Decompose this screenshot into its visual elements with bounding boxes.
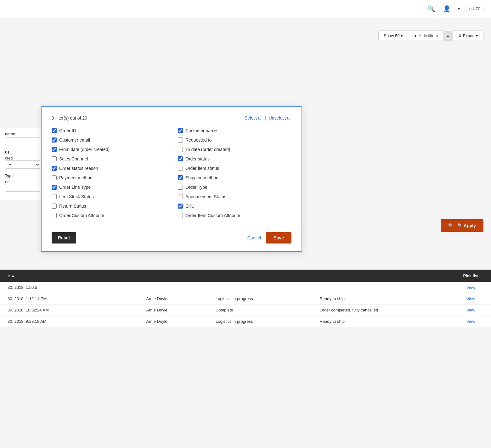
- type-input[interactable]: [5, 184, 40, 192]
- filter-sku[interactable]: SKU: [178, 204, 291, 209]
- status-label: us: [5, 150, 40, 154]
- filter-to-date[interactable]: To date (order created): [178, 147, 291, 152]
- type-label: Type: [5, 174, 40, 178]
- table-row: 30, 2018, 10:32:24 AM Arnie Doyle Comple…: [0, 305, 491, 316]
- filter-payment-method[interactable]: Payment method: [52, 175, 165, 180]
- checkbox-to-date[interactable]: [178, 147, 183, 152]
- status-field: us cted ▾: [5, 150, 40, 169]
- checkbox-order-line-type[interactable]: [52, 185, 57, 190]
- apply-label: 🔍 Apply: [457, 223, 476, 228]
- filter-order-item-status[interactable]: Order item status: [178, 166, 291, 171]
- unselect-all-button[interactable]: Unselect all: [269, 115, 291, 120]
- checkbox-order-item-custom-attribute[interactable]: [178, 213, 183, 218]
- filter-count: 9 filter(s) out of 20: [52, 115, 87, 120]
- cell-name-2: Arnie Doyle: [146, 296, 216, 301]
- utc-badge: ⊙ UTC: [466, 6, 483, 12]
- checkbox-return-status[interactable]: [52, 204, 57, 209]
- reset-button[interactable]: Reset: [52, 232, 76, 244]
- filter-modal: 9 filter(s) out of 20 Select all | Unsel…: [41, 106, 302, 252]
- checkbox-shipping-method[interactable]: [178, 175, 183, 180]
- filter-order-type[interactable]: Order Type: [178, 185, 291, 190]
- view-link-4[interactable]: View: [458, 319, 483, 324]
- label-order-status-reason: Order status reason: [59, 166, 98, 171]
- label-from-date: From date (order created): [59, 147, 110, 152]
- select-all-button[interactable]: Select all: [245, 115, 262, 120]
- show-50-button[interactable]: Show 50 ▾: [378, 31, 408, 41]
- status-select[interactable]: ▾: [5, 160, 40, 169]
- checkbox-from-date[interactable]: [52, 147, 57, 152]
- collapse-icon[interactable]: ▲: [443, 31, 453, 41]
- cell-status-2: Logistics in progress: [216, 296, 319, 301]
- table-row: 30, 2018, 1:12:11 PM Arnie Doyle Logisti…: [0, 293, 491, 305]
- status-value: cted: [5, 156, 40, 160]
- save-button[interactable]: Save: [266, 232, 291, 244]
- cell-ship-2: Ready to ship: [319, 296, 458, 301]
- toolbar-row: Show 50 ▾ ▼ Hide filters ▲ ⬇ Export ▾: [8, 31, 483, 41]
- user-icon[interactable]: 👤: [442, 4, 452, 14]
- checkbox-sales-channel[interactable]: [52, 156, 57, 161]
- filter-sales-channel[interactable]: Sales Channel: [52, 156, 165, 161]
- label-customer-name: Customer name: [185, 128, 217, 133]
- checkbox-customer-name[interactable]: [178, 128, 183, 133]
- cell-date-1: 30, 2018, 1:50:5: [8, 285, 146, 290]
- filter-customer-email[interactable]: Customer email: [52, 137, 165, 143]
- filter-from-date[interactable]: From date (order created): [52, 147, 165, 152]
- label-shipping-method: Shipping method: [185, 175, 218, 180]
- label-sku: SKU: [185, 204, 195, 209]
- checkbox-grid: Order ID Customer name Customer email Re…: [52, 128, 291, 218]
- name-field: name: [5, 132, 40, 145]
- label-item-stock-status: Item Stock Status: [59, 194, 94, 199]
- checkbox-order-status-reason[interactable]: [52, 166, 57, 171]
- hide-filters-button[interactable]: ▼ Hide filters: [408, 31, 443, 41]
- name-input[interactable]: [5, 137, 40, 145]
- checkbox-customer-email[interactable]: [52, 137, 57, 143]
- label-order-item-custom-attribute: Order Item Custom Attribute: [185, 213, 240, 218]
- filter-appeasement-status[interactable]: Appeasement Status: [178, 194, 291, 199]
- checkbox-order-item-status[interactable]: [178, 166, 183, 171]
- checkbox-order-status[interactable]: [178, 156, 183, 161]
- filter-order-status-reason[interactable]: Order status reason: [52, 166, 165, 171]
- checkbox-order-custom-attribute[interactable]: [52, 213, 57, 218]
- cancel-button[interactable]: Cancel: [247, 235, 261, 240]
- filter-order-item-custom-attribute[interactable]: Order Item Custom Attribute: [178, 213, 291, 218]
- filter-customer-name[interactable]: Customer name: [178, 128, 291, 133]
- modal-header-actions: Select all | Unselect all: [245, 115, 291, 120]
- filter-item-stock-status[interactable]: Item Stock Status: [52, 194, 165, 199]
- col-name: [146, 273, 216, 278]
- filter-shipping-method[interactable]: Shipping method: [178, 175, 291, 180]
- table-header-row: e ▲ Pick list: [0, 270, 491, 282]
- label-to-date: To date (order created): [185, 147, 230, 152]
- label-order-custom-attribute: Order Custom Attribute: [59, 213, 104, 218]
- user-dropdown-icon[interactable]: ▼: [457, 7, 461, 11]
- utc-label: ⊙ UTC: [469, 7, 481, 11]
- cell-status-1: [216, 285, 319, 290]
- view-link-2[interactable]: View: [458, 296, 483, 301]
- filter-return-status[interactable]: Return Status: [52, 204, 165, 209]
- filter-order-status[interactable]: Order status: [178, 156, 291, 161]
- export-button[interactable]: ⬇ Export ▾: [453, 31, 483, 41]
- background-table: e ▲ Pick list 30, 2018, 1:50:5 View 30, …: [0, 270, 491, 327]
- checkbox-payment-method[interactable]: [52, 175, 57, 180]
- checkbox-order-type[interactable]: [178, 185, 183, 190]
- footer-right: Cancel Save: [247, 232, 291, 244]
- checkbox-requested-to[interactable]: [178, 137, 183, 143]
- cell-status-4: Logistics in progress: [216, 319, 319, 324]
- checkbox-sku[interactable]: [178, 204, 183, 209]
- checkbox-order-id[interactable]: [52, 128, 57, 133]
- view-link-3[interactable]: View: [458, 308, 483, 312]
- filter-order-custom-attribute[interactable]: Order Custom Attribute: [52, 213, 165, 218]
- filter-order-line-type[interactable]: Order Line Type: [52, 185, 165, 190]
- apply-button[interactable]: 🔍 🔍 Apply: [441, 219, 483, 232]
- view-link-1[interactable]: View: [458, 285, 483, 290]
- col-status: [216, 273, 319, 278]
- search-icon[interactable]: 🔍: [426, 4, 437, 14]
- table-row: 30, 2018, 1:50:5 View: [0, 282, 491, 293]
- filter-requested-to[interactable]: Requested to: [178, 137, 291, 143]
- label-payment-method: Payment method: [59, 175, 93, 180]
- type-value: ed: [5, 179, 40, 184]
- col-picklist: Pick list: [458, 273, 483, 278]
- label-customer-email: Customer email: [59, 137, 90, 143]
- filter-order-id[interactable]: Order ID: [52, 128, 165, 133]
- checkbox-appeasement-status[interactable]: [178, 194, 183, 199]
- checkbox-item-stock-status[interactable]: [52, 194, 57, 199]
